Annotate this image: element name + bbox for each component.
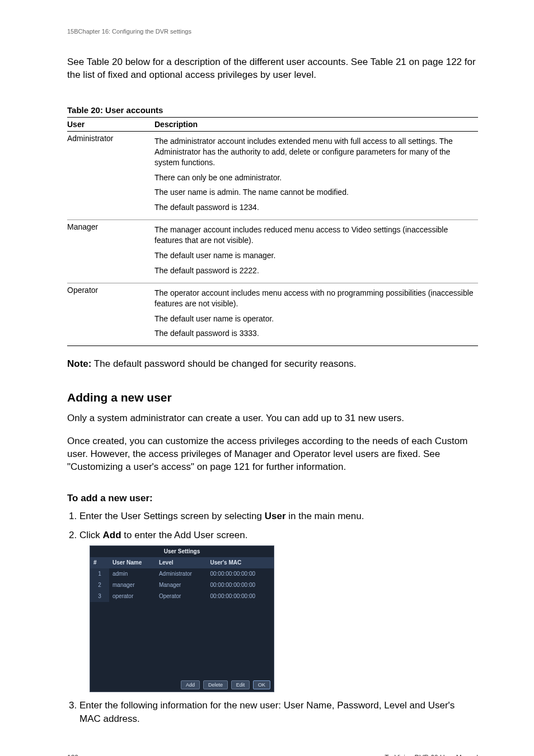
screenshot-ok-button[interactable]: OK bbox=[253, 680, 270, 690]
screenshot-cell: Manager bbox=[156, 580, 207, 591]
desc-text: The default user name is operator. bbox=[154, 314, 475, 324]
screenshot-edit-button[interactable]: Edit bbox=[231, 680, 250, 690]
screenshot-empty-space bbox=[90, 602, 274, 678]
screenshot-grid: # User Name Level User's MAC 1 admin Adm… bbox=[90, 557, 274, 678]
note: Note: The default password should be cha… bbox=[67, 358, 478, 370]
desc-cell-admin: The administrator account includes exten… bbox=[154, 131, 478, 220]
screenshot-row: 3 operator Operator 00:00:00:00:00:00 bbox=[90, 591, 274, 602]
step-text: to enter the Add User screen. bbox=[121, 530, 248, 540]
desc-text: The default password is 2222. bbox=[154, 265, 475, 276]
user-accounts-table: User Description Administrator The admin… bbox=[67, 117, 478, 346]
screenshot-footer: Add Delete Edit OK bbox=[90, 678, 274, 692]
table-header-user: User bbox=[67, 117, 154, 131]
screenshot-cell: 3 bbox=[90, 591, 109, 602]
table-row: Administrator The administrator account … bbox=[67, 131, 478, 220]
note-label: Note: bbox=[67, 358, 91, 369]
page-number: 120 bbox=[67, 754, 78, 756]
screenshot-row: 2 manager Manager 00:00:00:00:00:00 bbox=[90, 580, 274, 591]
desc-text: The default password is 3333. bbox=[154, 328, 475, 339]
user-cell-operator: Operator bbox=[67, 283, 154, 346]
desc-text: The operator account includes menu acces… bbox=[154, 288, 475, 309]
subheading-to-add-user: To add a new user: bbox=[67, 493, 478, 504]
screenshot-header-name: User Name bbox=[109, 557, 156, 568]
screenshot-cell: 2 bbox=[90, 580, 109, 591]
screenshot-cell: manager bbox=[109, 580, 156, 591]
step-2: Click Add to enter the Add User screen. … bbox=[79, 529, 478, 692]
step-bold: User bbox=[265, 511, 286, 521]
steps-list: Enter the User Settings screen by select… bbox=[67, 510, 478, 731]
paragraph: Once created, you can customize the acce… bbox=[67, 435, 478, 474]
note-text: The default password should be changed f… bbox=[91, 358, 356, 369]
desc-cell-manager: The manager account includes reduced men… bbox=[154, 220, 478, 283]
page-footer: 120 TruVision DVR 60 User Manual bbox=[67, 737, 478, 756]
screenshot-cell: 00:00:00:00:00:00 bbox=[207, 568, 274, 580]
intro-paragraph: See Table 20 below for a description of … bbox=[67, 56, 478, 82]
desc-text: The administrator account includes exten… bbox=[154, 136, 475, 168]
desc-text: The default user name is manager. bbox=[154, 250, 475, 261]
user-cell-manager: Manager bbox=[67, 220, 154, 283]
screenshot-cell: Administrator bbox=[156, 568, 207, 580]
paragraph: Only a system administrator can create a… bbox=[67, 412, 478, 425]
screenshot-cell: operator bbox=[109, 591, 156, 602]
screenshot-cell: admin bbox=[109, 568, 156, 580]
screenshot-cell: Operator bbox=[156, 591, 207, 602]
screenshot-add-button[interactable]: Add bbox=[181, 680, 200, 690]
document-title: TruVision DVR 60 User Manual bbox=[385, 754, 478, 756]
step-text: Enter the User Settings screen by select… bbox=[79, 511, 265, 521]
desc-cell-operator: The operator account includes menu acces… bbox=[154, 283, 478, 346]
step-text: Click bbox=[79, 530, 103, 540]
page: 15BChapter 16: Configuring the DVR setti… bbox=[0, 0, 534, 756]
screenshot-cell: 00:00:00:00:00:00 bbox=[207, 591, 274, 602]
screenshot-header-num: # bbox=[90, 557, 109, 568]
step-1: Enter the User Settings screen by select… bbox=[79, 510, 478, 523]
screenshot-title: User Settings bbox=[90, 546, 274, 557]
screenshot-row: 1 admin Administrator 00:00:00:00:00:00 bbox=[90, 568, 274, 580]
section-heading-adding-user: Adding a new user bbox=[67, 391, 478, 404]
desc-text: The manager account includes reduced men… bbox=[154, 225, 475, 246]
screenshot-cell: 00:00:00:00:00:00 bbox=[207, 580, 274, 591]
table-row: Operator The operator account includes m… bbox=[67, 283, 478, 346]
user-cell-admin: Administrator bbox=[67, 131, 154, 220]
step-3: Enter the following information for the … bbox=[79, 699, 478, 726]
desc-text: The default password is 1234. bbox=[154, 202, 475, 213]
screenshot-cell: 1 bbox=[90, 568, 109, 580]
table-title: Table 20: User accounts bbox=[67, 105, 478, 115]
desc-text: There can only be one administrator. bbox=[154, 172, 475, 183]
chapter-caption: 15BChapter 16: Configuring the DVR setti… bbox=[67, 28, 478, 35]
step-text: in the main menu. bbox=[286, 511, 364, 521]
desc-text: The user name is admin. The name cannot … bbox=[154, 187, 475, 198]
screenshot-header-mac: User's MAC bbox=[207, 557, 274, 568]
screenshot-header-level: Level bbox=[156, 557, 207, 568]
table-header-description: Description bbox=[154, 117, 478, 131]
step-bold: Add bbox=[103, 530, 121, 540]
user-settings-screenshot: User Settings # User Name Level User's M… bbox=[90, 545, 274, 693]
table-row: Manager The manager account includes red… bbox=[67, 220, 478, 283]
screenshot-delete-button[interactable]: Delete bbox=[203, 680, 228, 690]
